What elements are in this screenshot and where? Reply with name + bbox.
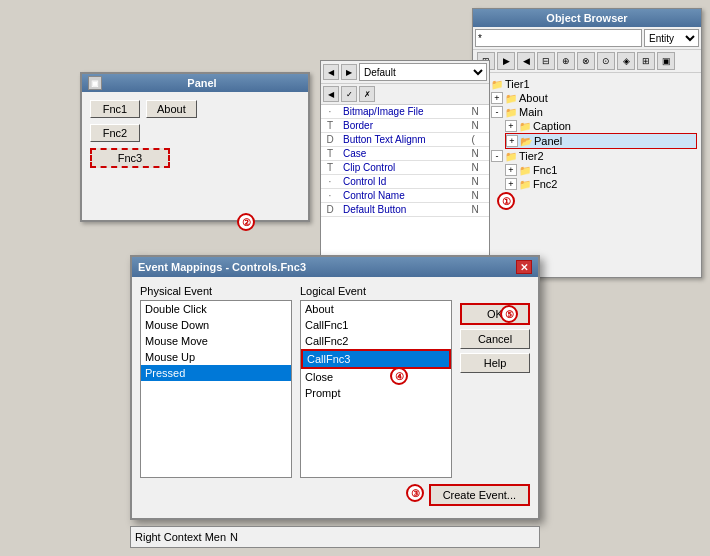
logical-event-list[interactable]: About CallFnc1 CallFnc2 CallFnc3 Close P… xyxy=(300,300,452,478)
tree-item-caption[interactable]: + 📁 Caption xyxy=(505,119,697,133)
tree-item-about[interactable]: + 📁 About xyxy=(491,91,697,105)
prop-dropdown[interactable]: Default xyxy=(359,63,487,81)
tree-item-fnc2[interactable]: + 📁 Fnc2 xyxy=(505,177,697,191)
ob-toolbar: Entity xyxy=(473,27,701,50)
tree-item-tier2[interactable]: - 📁 Tier2 xyxy=(491,149,697,163)
fnc2-button[interactable]: Fnc2 xyxy=(90,124,140,142)
badge-5: ⑤ xyxy=(500,305,518,323)
physical-event-mouse-move[interactable]: Mouse Move xyxy=(141,333,291,349)
tree-item-panel[interactable]: + 📂 Panel xyxy=(505,133,697,149)
panel-row-2: Fnc2 xyxy=(90,124,300,142)
prop-nav: ◀ ✓ ✗ xyxy=(321,84,489,105)
folder-icon-caption: 📁 xyxy=(519,121,531,132)
expand-caption[interactable]: + xyxy=(505,120,517,132)
about-button[interactable]: About xyxy=(146,100,197,118)
panel-body: Fnc1 About Fnc2 Fnc3 xyxy=(82,92,308,176)
event-columns: Physical Event Double Click Mouse Down M… xyxy=(140,285,530,478)
physical-event-col: Physical Event Double Click Mouse Down M… xyxy=(140,285,292,478)
ob-icon-7[interactable]: ⊙ xyxy=(597,52,615,70)
fnc3-button[interactable]: Fnc3 xyxy=(90,148,170,168)
ob-search-input[interactable] xyxy=(475,29,642,47)
create-event-button[interactable]: Create Event... xyxy=(429,484,530,506)
panel-window: ▣ Panel Fnc1 About Fnc2 Fnc3 xyxy=(80,72,310,222)
badge-2: ② xyxy=(237,213,255,231)
status-value: N xyxy=(230,531,238,543)
event-body: Physical Event Double Click Mouse Down M… xyxy=(132,277,538,514)
panel-row-1: Fnc1 About xyxy=(90,100,300,118)
logical-event-callfnc2[interactable]: CallFnc2 xyxy=(301,333,451,349)
folder-icon-main: 📁 xyxy=(505,107,517,118)
logical-event-col: Logical Event About CallFnc1 CallFnc2 Ca… xyxy=(300,285,452,478)
status-label: Right Context Men xyxy=(135,531,226,543)
prop-row: D Button Text Alignm ( xyxy=(321,133,489,147)
object-browser-panel: Object Browser Entity ⊞ ▶ ◀ ⊟ ⊕ ⊗ ⊙ ◈ ⊞ … xyxy=(472,8,702,278)
badge-1: ① xyxy=(497,192,515,210)
expand-about[interactable]: + xyxy=(491,92,503,104)
logical-event-about[interactable]: About xyxy=(301,301,451,317)
event-titlebar: Event Mappings - Controls.Fnc3 ✕ xyxy=(132,257,538,277)
expand-tier2[interactable]: - xyxy=(491,150,503,162)
prop-row: · Control Id N xyxy=(321,175,489,189)
badge-3: ③ xyxy=(406,484,424,502)
folder-icon-tier2: 📁 xyxy=(505,151,517,162)
physical-event-pressed[interactable]: Pressed xyxy=(141,365,291,381)
logical-event-prompt[interactable]: Prompt xyxy=(301,385,451,401)
tree-item-tier1[interactable]: - 📁 Tier1 xyxy=(477,77,697,91)
prop-row: · Bitmap/Image File N xyxy=(321,105,489,119)
prop-nav-icon-2[interactable]: ✓ xyxy=(341,86,357,102)
ob-icon-4[interactable]: ⊟ xyxy=(537,52,555,70)
ob-icon-9[interactable]: ⊞ xyxy=(637,52,655,70)
expand-panel[interactable]: + xyxy=(506,135,518,147)
prop-row: T Border N xyxy=(321,119,489,133)
prop-icon-back[interactable]: ◀ xyxy=(323,64,339,80)
prop-row: T Clip Control N xyxy=(321,161,489,175)
help-button[interactable]: Help xyxy=(460,353,530,373)
badge-4: ④ xyxy=(390,367,408,385)
prop-row: D Default Button N xyxy=(321,203,489,217)
cancel-button[interactable]: Cancel xyxy=(460,329,530,349)
object-browser-title: Object Browser xyxy=(473,9,701,27)
ob-icon-8[interactable]: ◈ xyxy=(617,52,635,70)
prop-nav-icon-3[interactable]: ✗ xyxy=(359,86,375,102)
physical-event-double-click[interactable]: Double Click xyxy=(141,301,291,317)
prop-nav-icon-1[interactable]: ◀ xyxy=(323,86,339,102)
expand-main[interactable]: - xyxy=(491,106,503,118)
logical-event-callfnc1[interactable]: CallFnc1 xyxy=(301,317,451,333)
fnc1-button[interactable]: Fnc1 xyxy=(90,100,140,118)
properties-panel: ◀ ▶ Default ◀ ✓ ✗ · Bitmap/Image File N … xyxy=(320,60,490,275)
ob-entity-select[interactable]: Entity xyxy=(644,29,699,47)
expand-fnc1[interactable]: + xyxy=(505,164,517,176)
tree-item-main[interactable]: - 📁 Main xyxy=(491,105,697,119)
ob-icon-2[interactable]: ▶ xyxy=(497,52,515,70)
ok-button[interactable]: OK xyxy=(460,303,530,325)
folder-icon-panel: 📂 xyxy=(520,136,532,147)
expand-fnc2[interactable]: + xyxy=(505,178,517,190)
prop-row: · Control Name N xyxy=(321,189,489,203)
panel-title-icon: ▣ xyxy=(88,76,102,90)
physical-event-mouse-up[interactable]: Mouse Up xyxy=(141,349,291,365)
ob-icon-5[interactable]: ⊕ xyxy=(557,52,575,70)
event-action-buttons: OK Cancel Help xyxy=(460,285,530,478)
tree-item-fnc1[interactable]: + 📁 Fnc1 xyxy=(505,163,697,177)
logical-event-label: Logical Event xyxy=(300,285,452,297)
logical-event-callfnc3[interactable]: CallFnc3 xyxy=(301,349,451,369)
status-bar: Right Context Men N xyxy=(130,526,540,548)
ob-icon-10[interactable]: ▣ xyxy=(657,52,675,70)
ob-icon-6[interactable]: ⊗ xyxy=(577,52,595,70)
ob-icons-row: ⊞ ▶ ◀ ⊟ ⊕ ⊗ ⊙ ◈ ⊞ ▣ xyxy=(473,50,701,73)
folder-icon-tier1: 📁 xyxy=(491,79,503,90)
folder-icon-fnc1: 📁 xyxy=(519,165,531,176)
logical-event-close[interactable]: Close xyxy=(301,369,451,385)
physical-event-mouse-down[interactable]: Mouse Down xyxy=(141,317,291,333)
physical-event-label: Physical Event xyxy=(140,285,292,297)
panel-row-3: Fnc3 xyxy=(90,148,300,168)
event-close-button[interactable]: ✕ xyxy=(516,260,532,274)
ob-icon-3[interactable]: ◀ xyxy=(517,52,535,70)
event-bottom-bar: Create Event... xyxy=(140,478,530,506)
physical-event-list[interactable]: Double Click Mouse Down Mouse Move Mouse… xyxy=(140,300,292,478)
folder-icon-fnc2: 📁 xyxy=(519,179,531,190)
event-dialog: Event Mappings - Controls.Fnc3 ✕ Physica… xyxy=(130,255,540,520)
ob-tree: - 📁 Tier1 + 📁 About - 📁 Main + 📁 Caption… xyxy=(473,73,701,271)
panel-titlebar: ▣ Panel xyxy=(82,74,308,92)
prop-icon-fwd[interactable]: ▶ xyxy=(341,64,357,80)
